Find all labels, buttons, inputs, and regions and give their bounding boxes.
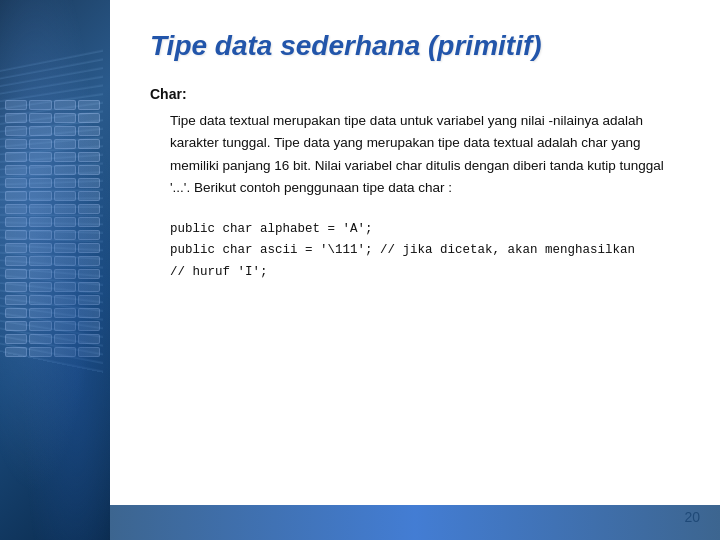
char-label: Char:	[150, 86, 680, 102]
code-line-3: // huruf 'I';	[170, 262, 680, 283]
code-line-1: public char alphabet = 'A';	[170, 219, 680, 240]
bottom-bar	[110, 505, 720, 540]
char-description: Tipe data textual merupakan tipe data un…	[170, 110, 680, 199]
code-block: public char alphabet = 'A'; public char …	[170, 219, 680, 283]
code-line-2: public char ascii = '\111'; // jika dice…	[170, 240, 680, 261]
bg-left-panel	[0, 0, 110, 540]
main-content: Tipe data sederhana (primitif) Char: Tip…	[110, 0, 720, 540]
keyboard-decoration	[5, 100, 100, 350]
slide-title: Tipe data sederhana (primitif)	[150, 30, 680, 62]
